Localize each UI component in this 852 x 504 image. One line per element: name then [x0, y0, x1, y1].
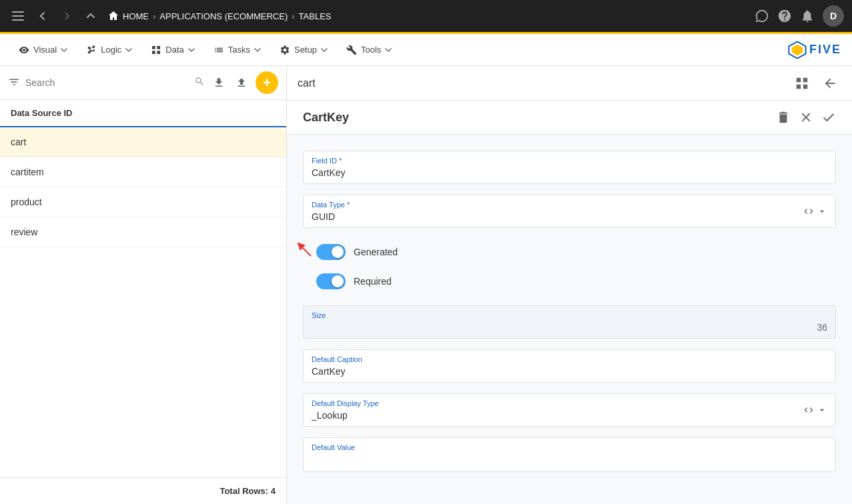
branch-icon	[86, 45, 97, 55]
bell-icon[interactable]	[800, 9, 815, 23]
second-nav: Visual Logic Data Tasks Setup Tools	[0, 34, 852, 66]
size-field: Size 36	[303, 305, 836, 339]
add-button[interactable]: +	[256, 71, 278, 94]
forward-icon[interactable]	[57, 8, 76, 24]
chevron-down-icon	[817, 206, 827, 217]
data-type-value[interactable]: GUID	[312, 211, 803, 222]
wrench-icon	[346, 45, 357, 55]
gear-icon	[280, 45, 290, 55]
logic-dropdown-icon	[125, 47, 132, 53]
search-icon	[194, 76, 205, 89]
content-header: cart	[287, 66, 852, 101]
breadcrumb-tables[interactable]: TABLES	[299, 11, 332, 21]
size-value[interactable]: 36	[312, 322, 827, 333]
default-caption-value[interactable]: CartKey	[312, 366, 827, 377]
required-toggle-row: Required	[316, 271, 836, 292]
code-icon	[803, 206, 814, 217]
sidebar-list: cart cartitem product review	[0, 127, 286, 477]
search-input[interactable]	[25, 77, 190, 88]
form-title: CartKey	[303, 111, 776, 125]
svg-rect-0	[12, 11, 24, 13]
nav-setup[interactable]: Setup	[272, 39, 336, 61]
generated-toggle[interactable]	[316, 244, 346, 260]
code-icon-2	[803, 405, 814, 415]
form-panel: CartKey	[287, 101, 852, 504]
setup-dropdown-icon	[321, 47, 328, 53]
field-id-label: Field ID *	[312, 157, 827, 165]
nav-tools[interactable]: Tools	[338, 39, 400, 61]
five-logo-icon	[788, 41, 807, 59]
breadcrumb-home[interactable]: HOME	[123, 11, 149, 21]
sidebar-item-cartitem[interactable]: cartitem	[0, 157, 286, 187]
svg-rect-1	[12, 15, 24, 17]
filter-icon[interactable]	[8, 76, 20, 90]
default-value-label: Default Value	[312, 443, 827, 451]
default-caption-field: Default Caption CartKey	[303, 349, 836, 383]
up-icon[interactable]	[81, 8, 100, 24]
chat-icon[interactable]	[755, 9, 769, 23]
data-type-label: Data Type *	[312, 201, 803, 209]
grid-icon	[151, 45, 161, 55]
sidebar-item-review[interactable]: review	[0, 217, 286, 247]
help-icon[interactable]	[777, 9, 792, 23]
default-display-type-label: Default Display Type	[312, 399, 803, 407]
content-title: cart	[298, 77, 791, 89]
nav-tasks[interactable]: Tasks	[205, 39, 269, 61]
generated-toggle-row: Generated	[316, 241, 836, 263]
five-logo: FIVE	[788, 41, 841, 59]
breadcrumb-apps[interactable]: APPLICATIONS (ECOMMERCE)	[159, 11, 288, 21]
user-avatar[interactable]: D	[823, 5, 844, 27]
delete-icon[interactable]	[776, 110, 791, 125]
back-icon[interactable]	[33, 8, 52, 24]
sidebar: + Data Source ID cart cartitem product r…	[0, 66, 287, 504]
data-type-dropdown[interactable]	[803, 206, 827, 217]
arrow-indicator	[296, 241, 316, 261]
breadcrumb: HOME › APPLICATIONS (ECOMMERCE) › TABLES	[108, 11, 331, 21]
download-icon[interactable]	[210, 74, 228, 91]
data-type-field: Data Type * GUID	[303, 195, 836, 228]
visual-dropdown-icon	[61, 47, 67, 53]
content-area: cart CartKey	[287, 66, 852, 504]
display-type-dropdown[interactable]	[803, 405, 827, 415]
five-logo-text: FIVE	[809, 43, 841, 57]
sidebar-item-product[interactable]: product	[0, 187, 286, 217]
sidebar-header: Data Source ID	[0, 100, 286, 127]
main-layout: + Data Source ID cart cartitem product r…	[0, 66, 852, 504]
nav-data[interactable]: Data	[143, 39, 202, 61]
tasks-dropdown-icon	[254, 47, 261, 53]
upload-icon[interactable]	[233, 74, 250, 91]
search-box	[25, 76, 205, 89]
generated-label: Generated	[354, 247, 398, 257]
close-icon[interactable]	[799, 110, 813, 125]
data-dropdown-icon	[188, 47, 195, 53]
hamburger-icon[interactable]	[8, 9, 28, 23]
content-header-icons	[791, 72, 841, 95]
check-icon[interactable]	[821, 110, 836, 125]
tools-dropdown-icon	[385, 47, 392, 53]
sidebar-toolbar: +	[0, 66, 286, 100]
size-label: Size	[312, 311, 827, 319]
field-id-field: Field ID * CartKey	[303, 151, 836, 184]
default-display-type-value[interactable]: _Lookup	[312, 410, 803, 421]
form-title-bar: CartKey	[287, 101, 852, 135]
default-display-type-field: Default Display Type _Lookup	[303, 393, 836, 427]
svg-line-6	[303, 248, 311, 256]
top-nav-right: D	[755, 5, 844, 27]
chevron-down-icon-2	[817, 405, 827, 415]
home-icon	[108, 11, 119, 21]
nav-visual[interactable]: Visual	[11, 39, 75, 61]
default-caption-label: Default Caption	[312, 355, 827, 363]
eye-icon	[19, 45, 29, 55]
form-action-icons	[776, 110, 836, 125]
required-toggle[interactable]	[316, 273, 346, 289]
nav-logic[interactable]: Logic	[78, 39, 140, 61]
svg-rect-2	[12, 19, 24, 21]
field-id-value[interactable]: CartKey	[312, 167, 827, 178]
required-label: Required	[354, 276, 392, 287]
default-value-field: Default Value	[303, 437, 836, 472]
sidebar-item-cart[interactable]: cart	[0, 127, 286, 157]
toggles-section: Generated Required	[303, 239, 836, 295]
form-body: Field ID * CartKey Data Type * GUID	[287, 135, 852, 488]
back-to-list-icon[interactable]	[819, 72, 841, 95]
grid-view-icon[interactable]	[791, 72, 813, 95]
